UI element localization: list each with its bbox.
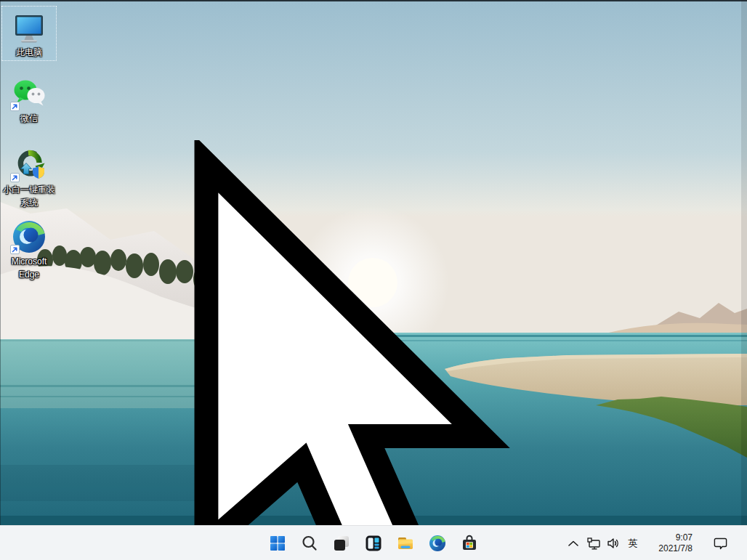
desktop-icon-label-line2: Edge	[19, 269, 39, 280]
notification-center-button[interactable]	[713, 529, 727, 558]
clock[interactable]: 9:07 2021/7/8	[647, 532, 693, 554]
desktop-icon-this-pc[interactable]: 此电脑	[1, 6, 57, 61]
ime-indicator[interactable]: 英	[626, 529, 640, 558]
hidden-icons-button[interactable]	[567, 529, 580, 558]
desktop-icon-xiaobai-reinstall[interactable]: 小白一键重装 系统	[1, 143, 57, 211]
taskbar: 英 9:07 2021/7/8	[0, 525, 747, 560]
shortcut-arrow-icon	[10, 173, 20, 182]
desktop-icon-label: 微信	[20, 113, 38, 124]
shortcut-arrow-icon	[10, 102, 20, 111]
widgets-icon	[365, 535, 382, 552]
edge-button[interactable]	[423, 529, 452, 558]
widgets-button[interactable]	[359, 529, 388, 558]
desktop-icon-label-line2: 系统	[20, 198, 38, 208]
notification-center-icon	[714, 537, 727, 550]
store-button[interactable]	[455, 529, 484, 558]
volume-icon	[607, 537, 620, 549]
network-button[interactable]	[586, 529, 602, 558]
start-icon	[269, 535, 286, 552]
network-icon	[587, 537, 601, 550]
search-icon	[301, 535, 318, 552]
desktop-icon-edge[interactable]: Microsoft Edge	[1, 215, 57, 283]
shortcut-arrow-icon	[10, 245, 20, 254]
desktop-icon-label-line1: 小白一键重装	[3, 184, 55, 195]
edge-icon	[429, 535, 446, 552]
volume-button[interactable]	[605, 529, 621, 558]
clock-time: 9:07	[647, 532, 693, 543]
this-pc-icon	[12, 10, 47, 45]
start-button[interactable]	[263, 529, 292, 558]
desktop[interactable]: 此电脑	[0, 0, 747, 525]
task-view-button[interactable]	[327, 529, 356, 558]
chevron-up-icon	[568, 540, 578, 546]
system-tray: 英 9:07 2021/7/8	[567, 526, 747, 560]
microsoft-store-icon	[461, 535, 478, 552]
desktop-icon-wechat[interactable]: 微信	[1, 72, 57, 127]
desktop-icon-label: 此电脑	[16, 47, 42, 58]
desktop-icon-label-line1: Microsoft	[12, 256, 47, 267]
taskbar-center-icons	[263, 526, 484, 560]
search-button[interactable]	[295, 529, 324, 558]
task-view-icon	[333, 535, 350, 552]
clock-date: 2021/7/8	[647, 543, 693, 554]
file-explorer-icon	[397, 535, 414, 552]
wallpaper-image	[0, 0, 747, 525]
file-explorer-button[interactable]	[391, 529, 420, 558]
